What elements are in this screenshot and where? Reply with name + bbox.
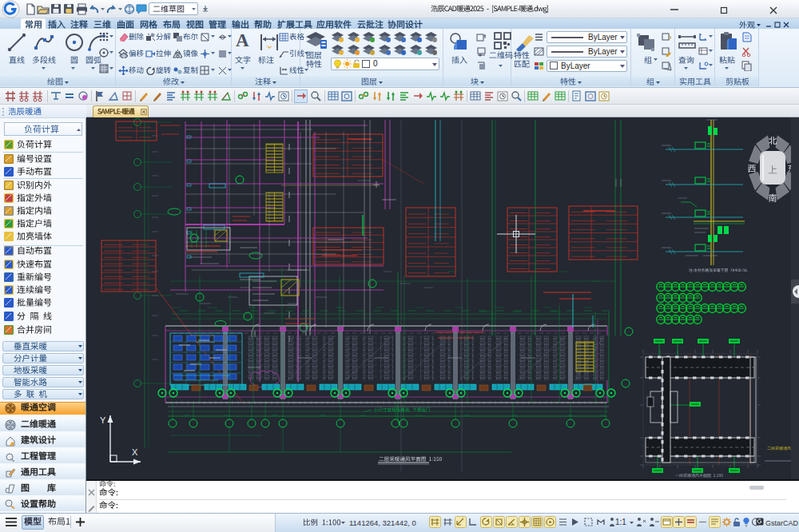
svg-text:Y: Y — [100, 415, 106, 425]
svg-text:X: X — [132, 447, 138, 457]
